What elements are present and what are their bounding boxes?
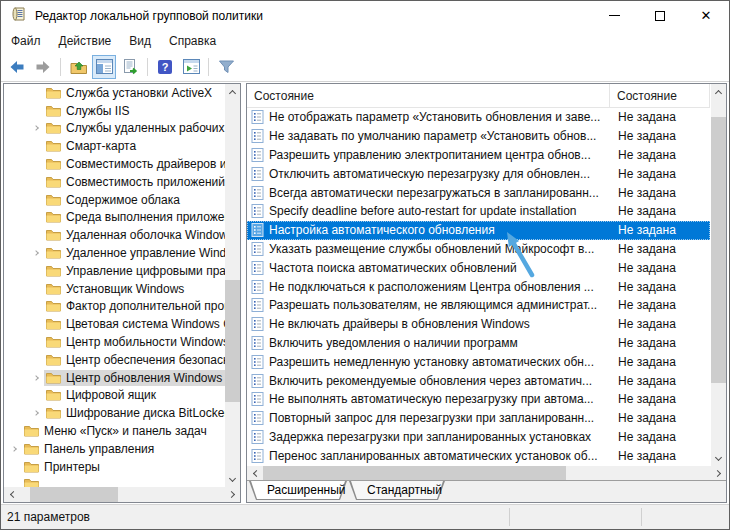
show-window-button[interactable] xyxy=(179,55,203,79)
tree-item[interactable]: Установщик Windows xyxy=(4,280,225,298)
list-vertical-scrollbar[interactable] xyxy=(711,84,726,466)
toolbar: ? xyxy=(1,52,729,82)
filter-button[interactable] xyxy=(214,55,238,79)
tree-item[interactable] xyxy=(4,476,225,487)
setting-name: Включить рекомендуемые обновления через … xyxy=(269,374,610,388)
setting-state: Не задана xyxy=(610,204,710,218)
setting-row[interactable]: Не выполнять автоматическую перезагрузку… xyxy=(247,390,710,409)
expand-chevron-icon[interactable] xyxy=(33,410,39,416)
view-tabstrip: Расширенный Стандартный xyxy=(247,480,726,502)
tree-item[interactable]: Совместимость драйверов и у xyxy=(4,155,225,173)
setting-row[interactable]: Разрешить управлению электропитанием цен… xyxy=(247,146,710,165)
tree-item[interactable]: Центр обновления Windows xyxy=(4,369,225,387)
setting-row[interactable]: Всегда автоматически перезагружаться в з… xyxy=(247,183,710,202)
setting-row[interactable]: Разрешать пользователям, не являющимся а… xyxy=(247,296,710,315)
filter-icon xyxy=(218,59,235,74)
setting-name: Повторный запрос для перезагрузки при за… xyxy=(269,411,610,425)
setting-row[interactable]: Указать размещение службы обновлений Май… xyxy=(247,240,710,259)
tree-item[interactable]: Содержимое облака xyxy=(4,191,225,209)
show-console-tree-button[interactable] xyxy=(92,55,116,79)
expand-chevron-icon[interactable] xyxy=(33,126,39,132)
setting-state: Не задана xyxy=(610,110,710,124)
tree-item[interactable]: Шифрование диска BitLocker xyxy=(4,404,225,422)
folder-icon xyxy=(46,389,61,401)
tree-item[interactable]: Панель управления xyxy=(4,440,225,458)
tree-item[interactable]: Удаленное управление Windo xyxy=(4,244,225,262)
setting-state: Не задана xyxy=(610,129,710,143)
list-horizontal-scrollbar[interactable] xyxy=(247,466,726,480)
tree-item[interactable]: Фактор дополнительной пров xyxy=(4,298,225,316)
setting-row[interactable]: Не подключаться к расположениям Центра о… xyxy=(247,277,710,296)
setting-name: Не включать драйверы в обновления Window… xyxy=(269,317,610,331)
expand-chevron-icon[interactable] xyxy=(11,446,17,452)
tree-item[interactable]: Управление цифровыми прав xyxy=(4,262,225,280)
setting-row[interactable]: Включить рекомендуемые обновления через … xyxy=(247,371,710,390)
tree-item[interactable]: Совместимость приложений xyxy=(4,173,225,191)
setting-row[interactable]: Разрешить немедленную установку автомати… xyxy=(247,352,710,371)
column-header-state[interactable]: Состояние xyxy=(610,84,710,107)
tree-item[interactable]: Принтеры xyxy=(4,458,225,476)
tab-standard[interactable]: Стандартный xyxy=(349,481,445,500)
setting-row[interactable]: Повторный запрос для перезагрузки при за… xyxy=(247,409,710,428)
tree-item[interactable]: Меню «Пуск» и панель задач xyxy=(4,422,225,440)
close-button[interactable]: ✕ xyxy=(683,1,729,30)
setting-row[interactable]: Задержка перезагрузки при запланированны… xyxy=(247,428,710,447)
setting-state: Не задана xyxy=(610,280,710,294)
tree-item[interactable]: Службы IIS xyxy=(4,102,225,120)
tree-horizontal-scrollbar[interactable] xyxy=(4,487,240,502)
scroll-right-icon xyxy=(227,491,234,498)
setting-row[interactable]: Настройка автоматического обновленияНе з… xyxy=(247,221,710,240)
policy-setting-icon xyxy=(251,186,264,200)
main-area: Служба установки ActiveXСлужбы IISСлужбы… xyxy=(1,82,729,504)
help-icon: ? xyxy=(157,59,173,75)
expand-chevron-icon[interactable] xyxy=(33,250,39,256)
export-list-button[interactable] xyxy=(118,55,142,79)
setting-row[interactable]: Включить уведомления о наличии программН… xyxy=(247,334,710,353)
tab-extended[interactable]: Расширенный xyxy=(249,481,347,500)
forward-button[interactable] xyxy=(31,55,55,79)
tree-item[interactable]: Центр мобильности Windows xyxy=(4,333,225,351)
tree-item[interactable]: Цветовая система Windows Co xyxy=(4,315,225,333)
console-tree-panel: Служба установки ActiveXСлужбы IISСлужбы… xyxy=(3,83,241,503)
setting-name: Задержка перезагрузки при запланированны… xyxy=(269,430,610,444)
setting-name: Отключить автоматическую перезагрузку дл… xyxy=(269,167,610,181)
tree-item-label: Центр обновления Windows xyxy=(66,371,222,385)
menu-file[interactable]: Файл xyxy=(2,32,50,50)
tree-item[interactable]: Среда выполнения приложен xyxy=(4,209,225,227)
tree-item-label: Панель управления xyxy=(44,442,154,456)
maximize-icon xyxy=(655,11,665,21)
tree-item[interactable]: Служба установки ActiveX xyxy=(4,84,225,102)
column-header-setting[interactable]: Состояние xyxy=(247,84,610,107)
setting-state: Не задана xyxy=(610,449,710,463)
setting-name: Разрешить немедленную установку автомати… xyxy=(269,355,610,369)
help-button[interactable]: ? xyxy=(153,55,177,79)
tree-item[interactable]: Удаленная оболочка Windows xyxy=(4,226,225,244)
tree-item-label: Меню «Пуск» и панель задач xyxy=(44,424,207,438)
tree-item[interactable]: Службы удаленных рабочих с xyxy=(4,120,225,138)
menu-action[interactable]: Действие xyxy=(50,32,121,50)
maximize-button[interactable] xyxy=(637,1,683,30)
tree-vertical-scrollbar[interactable] xyxy=(225,84,240,487)
back-button[interactable] xyxy=(5,55,29,79)
up-one-level-button[interactable] xyxy=(66,55,90,79)
minimize-icon xyxy=(609,15,620,16)
policy-setting-icon xyxy=(251,336,264,350)
setting-row[interactable]: Перенос запланированных автоматических у… xyxy=(247,446,710,465)
setting-name: Не выполнять автоматическую перезагрузку… xyxy=(269,392,610,406)
setting-row[interactable]: Не включать драйверы в обновления Window… xyxy=(247,315,710,334)
setting-row[interactable]: Отключить автоматическую перезагрузку дл… xyxy=(247,164,710,183)
tree-item[interactable]: Центр обеспечения безопасн xyxy=(4,351,225,369)
minimize-button[interactable] xyxy=(591,1,637,30)
tree-item[interactable]: Цифровой ящик xyxy=(4,387,225,405)
folder-icon xyxy=(46,407,61,419)
setting-row[interactable]: Specify deadline before auto-restart for… xyxy=(247,202,710,221)
tree-item[interactable]: Смарт-карта xyxy=(4,137,225,155)
menu-help[interactable]: Справка xyxy=(160,32,225,50)
setting-row[interactable]: Частота поиска автоматических обновлений… xyxy=(247,258,710,277)
menu-view[interactable]: Вид xyxy=(120,32,160,50)
setting-row[interactable]: Не задавать по умолчанию параметр «Устан… xyxy=(247,127,710,146)
setting-row[interactable]: Не отображать параметр «Установить обнов… xyxy=(247,108,710,127)
expand-chevron-icon[interactable] xyxy=(33,375,39,381)
folder-icon xyxy=(46,336,61,348)
scroll-document-icon xyxy=(11,6,27,25)
